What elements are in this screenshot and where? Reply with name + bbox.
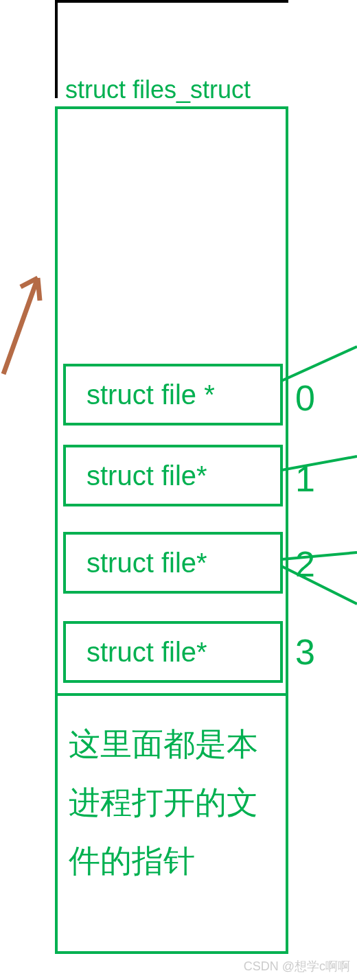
svg-line-2	[281, 552, 357, 559]
index-label: 0	[295, 377, 315, 419]
row-label: struct file *	[87, 380, 215, 410]
file-pointer-row: struct file*	[63, 621, 283, 683]
top-border-line	[55, 0, 288, 3]
file-pointer-row: struct file*	[63, 445, 283, 506]
left-border-line	[55, 0, 58, 98]
connector-line-0	[281, 343, 357, 384]
diagram-title: struct files_struct	[65, 75, 251, 104]
svg-line-1	[281, 456, 357, 470]
svg-line-3	[281, 566, 357, 604]
incoming-arrow-icon	[0, 254, 51, 377]
row-label: struct file*	[87, 460, 207, 491]
svg-line-0	[281, 347, 357, 381]
index-label: 2	[295, 544, 315, 585]
watermark-text: CSDN @想学c啊啊	[244, 958, 350, 975]
description-text: 这里面都是本进程打开的文件的指针	[69, 715, 275, 890]
index-label: 3	[295, 631, 315, 673]
connector-line-1	[281, 453, 357, 480]
row-label: struct file*	[87, 548, 207, 579]
connector-line-2	[281, 549, 357, 607]
index-label: 1	[295, 458, 315, 500]
file-pointer-row: struct file*	[63, 532, 283, 594]
row-label: struct file*	[87, 637, 207, 668]
description-section: 这里面都是本进程打开的文件的指针	[55, 693, 288, 904]
file-pointer-row: struct file *	[63, 364, 283, 425]
